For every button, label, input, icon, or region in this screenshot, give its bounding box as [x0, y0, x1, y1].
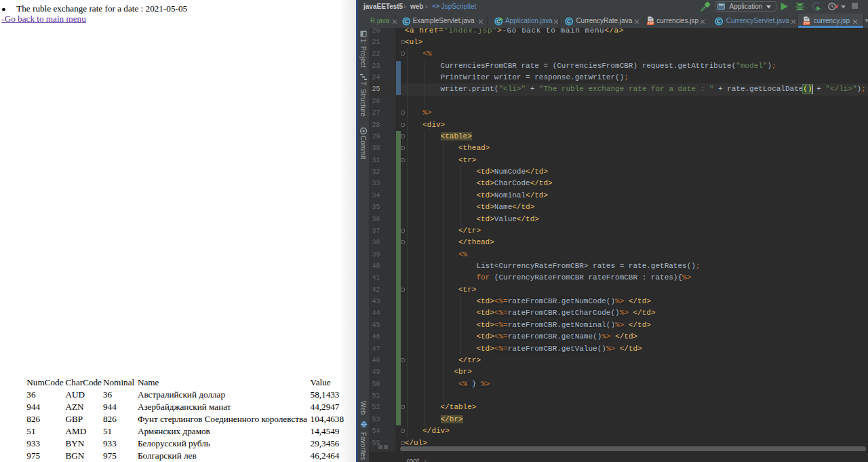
svg-text:JSP: JSP [803, 21, 810, 25]
svg-text:JSP: JSP [647, 21, 654, 25]
